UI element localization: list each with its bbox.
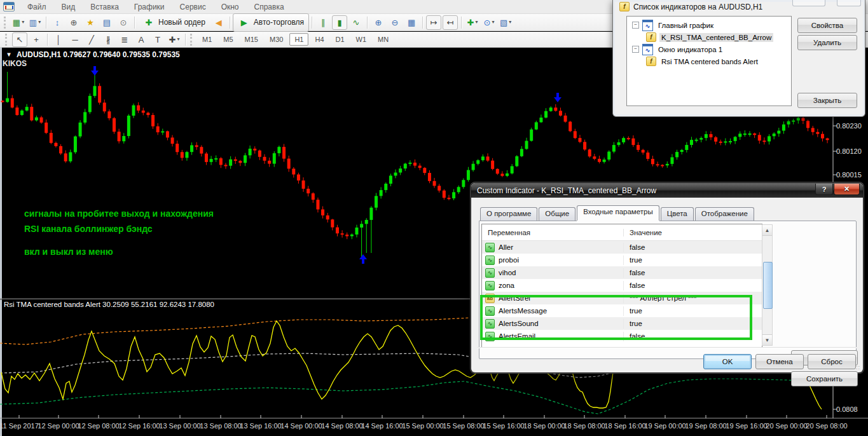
parameter-row[interactable]: ∿Allerfalse — [482, 241, 762, 254]
zoom-in-icon[interactable]: ⊕ — [371, 15, 386, 30]
periods-icon[interactable]: ⊙▾ — [481, 15, 497, 30]
delete-button[interactable]: Удалить — [797, 35, 857, 50]
toolbar-grip[interactable] — [5, 34, 10, 46]
market-watch-icon[interactable]: ↕ — [50, 15, 65, 30]
indicators-dialog-titlebar[interactable]: f Список индикаторов на AUDUSD,H1 — [613, 0, 865, 13]
tile-windows-icon[interactable]: ▦ — [404, 15, 419, 30]
parameter-row[interactable]: ∿AlertsSoundtrue — [482, 317, 762, 330]
horizontal-line-tool[interactable]: ─ — [67, 32, 83, 47]
timeframe-mn[interactable]: MN — [373, 33, 394, 46]
column-header-value[interactable]: Значение — [624, 229, 762, 236]
parameter-value[interactable]: false — [624, 332, 762, 340]
menu-item[interactable]: Сервис — [172, 1, 214, 13]
dialog-help-button[interactable] — [792, 0, 825, 6]
dialog-close-button[interactable] — [837, 0, 861, 6]
close-icon[interactable]: ✕ — [834, 184, 860, 195]
timeframe-h1[interactable]: H1 — [289, 33, 308, 46]
tree-item[interactable]: fRsi TMA centered bands Alert — [627, 55, 791, 67]
vertical-line-tool[interactable]: │ — [51, 32, 66, 47]
parameter-row[interactable]: ∿proboitrue — [482, 254, 762, 266]
tab-inactive[interactable]: Цвета — [661, 207, 694, 221]
custom-dialog-titlebar[interactable]: Custom Indicator - K_RSI_TMA_centered_BB… — [471, 183, 863, 198]
menu-item[interactable]: Графики — [127, 1, 172, 13]
text-tool[interactable]: A — [134, 32, 149, 47]
new-chart-icon[interactable]: ▦▾ — [11, 15, 26, 30]
zoom-out-icon[interactable]: ⊖ — [387, 15, 403, 30]
parameter-name: proboi — [499, 256, 519, 264]
menu-item[interactable]: Окно — [214, 1, 247, 13]
toolbar-grip[interactable] — [4, 17, 8, 29]
ok-button[interactable]: OK — [703, 354, 752, 369]
tab-inactive[interactable]: О программе — [480, 207, 537, 221]
save-button[interactable]: Сохранить — [791, 371, 858, 386]
parameter-row[interactable]: ∿vihodfalse — [482, 266, 762, 279]
parameter-row[interactable]: ∿AlertsMessagetrue — [482, 304, 762, 317]
data-window-icon[interactable]: ▤ — [99, 15, 114, 30]
properties-button[interactable]: Свойства — [797, 18, 857, 33]
menu-item[interactable]: Вид — [54, 1, 83, 13]
candles-chart-icon[interactable]: ▮ — [332, 15, 347, 30]
resize-grip[interactable]: .:: — [853, 364, 860, 371]
parameter-value[interactable]: true — [624, 320, 762, 327]
strategy-tester-icon[interactable]: ⊙ — [116, 15, 131, 30]
tree-item[interactable]: −∿Главный график — [627, 19, 791, 31]
collapse-icon[interactable]: − — [632, 46, 639, 53]
parameter-row[interactable]: ∿zonafalse — [482, 279, 762, 292]
cancel-button[interactable]: Отмена — [755, 354, 804, 369]
indicators-icon[interactable]: ✚▾ — [465, 15, 480, 30]
tab-inactive[interactable]: Отображение — [695, 207, 754, 221]
line-chart-icon[interactable]: ∿ — [348, 15, 364, 30]
toolbar-separator — [422, 17, 423, 29]
timeframe-m5[interactable]: M5 — [218, 33, 238, 46]
new-order-button[interactable]: ✚ Новый ордер — [137, 13, 210, 32]
timeframe-w1[interactable]: W1 — [351, 33, 372, 46]
parameter-row[interactable]: abAllertStrel*** Аллерт стрел *** — [482, 292, 762, 304]
collapse-icon[interactable]: − — [632, 22, 639, 29]
bars-chart-icon[interactable]: ∥ — [315, 15, 331, 30]
templates-icon[interactable]: ▧▾ — [498, 15, 513, 30]
autotrade-button[interactable]: ▶ Авто-торговля — [233, 13, 309, 32]
close-button[interactable]: Закрыть — [797, 93, 857, 108]
parameter-value[interactable]: *** Аллерт стрел *** — [624, 294, 762, 302]
tab-inactive[interactable]: Общие — [539, 207, 575, 221]
timeframe-m15[interactable]: M15 — [240, 33, 263, 46]
tab-active[interactable]: Входные параметры — [577, 205, 659, 221]
parameter-value[interactable]: false — [624, 282, 762, 289]
cursor-tool[interactable]: ↖ — [12, 32, 27, 47]
favorites-icon[interactable]: ★ — [83, 15, 98, 30]
sound-icon[interactable]: ◀ — [211, 15, 226, 30]
trendline-tool[interactable]: ╱ — [84, 32, 99, 47]
chart-shift-icon[interactable]: ↤ — [443, 15, 458, 30]
tree-item[interactable]: fK_RSI_TMA_centered_BB_Arrow — [627, 31, 791, 43]
fibonacci-tool[interactable]: ≣ — [117, 32, 132, 47]
tree-item[interactable]: −∿Окно индикатора 1 — [627, 43, 791, 55]
reset-button[interactable]: Сброс — [808, 354, 856, 369]
parameter-value[interactable]: false — [624, 269, 762, 276]
parameter-value[interactable]: true — [624, 256, 762, 264]
parameter-row[interactable]: ∿AlertsEmailfalse — [482, 330, 762, 343]
profiles-icon[interactable]: ▥▾ — [27, 15, 43, 30]
toolbar-grip[interactable] — [190, 34, 195, 46]
scroll-down-icon[interactable]: ▼ — [762, 334, 772, 345]
help-button[interactable]: ? — [815, 184, 833, 195]
scroll-up-icon[interactable]: ▲ — [762, 225, 772, 236]
menu-item[interactable]: Файл — [20, 1, 54, 13]
parameter-value[interactable]: true — [624, 307, 762, 315]
auto-scroll-icon[interactable]: ↦ — [426, 15, 441, 30]
column-header-variable[interactable]: Переменная — [482, 229, 624, 236]
arrows-tool[interactable]: ✚▾ — [167, 32, 182, 47]
timeframe-h4[interactable]: H4 — [310, 33, 329, 46]
label-tool[interactable]: T — [150, 32, 165, 47]
crosshair-tool[interactable]: + — [29, 32, 44, 47]
menu-item[interactable]: Справка — [247, 1, 292, 13]
crosshair-icon[interactable]: ⊕ — [66, 15, 81, 30]
table-scrollbar[interactable]: ▲ ▼ — [762, 224, 773, 346]
timeframe-d1[interactable]: D1 — [331, 33, 350, 46]
chevron-down-icon[interactable]: ▼ — [6, 51, 12, 58]
scrollbar-thumb[interactable] — [763, 262, 773, 309]
channel-tool[interactable]: ∦ — [100, 32, 116, 47]
parameter-value[interactable]: false — [624, 243, 762, 251]
menu-item[interactable]: Вставка — [83, 1, 127, 13]
timeframe-m30[interactable]: M30 — [265, 33, 288, 46]
timeframe-m1[interactable]: M1 — [197, 33, 217, 46]
